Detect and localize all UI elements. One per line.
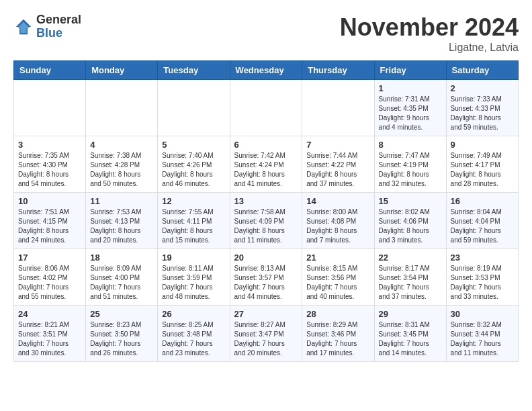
calendar-cell: 1Sunrise: 7:31 AM Sunset: 4:35 PM Daylig…	[374, 80, 446, 136]
calendar-cell: 22Sunrise: 8:17 AM Sunset: 3:54 PM Dayli…	[374, 249, 446, 306]
day-number: 30	[451, 309, 514, 319]
day-number: 24	[18, 309, 81, 319]
day-number: 25	[90, 309, 153, 319]
day-number: 5	[162, 140, 225, 150]
day-number: 19	[162, 253, 225, 263]
col-header-tuesday: Tuesday	[158, 61, 230, 80]
logo: General Blue	[13, 13, 81, 40]
day-info: Sunrise: 8:29 AM Sunset: 3:46 PM Dayligh…	[306, 320, 369, 358]
logo-text: General Blue	[36, 13, 81, 40]
day-info: Sunrise: 7:55 AM Sunset: 4:11 PM Dayligh…	[162, 208, 225, 245]
day-number: 18	[90, 253, 153, 263]
day-info: Sunrise: 7:33 AM Sunset: 4:33 PM Dayligh…	[451, 95, 514, 132]
col-header-saturday: Saturday	[446, 61, 518, 80]
calendar-cell: 26Sunrise: 8:25 AM Sunset: 3:48 PM Dayli…	[158, 306, 230, 362]
day-number: 11	[90, 196, 153, 206]
day-number: 16	[451, 196, 514, 206]
calendar-week-4: 17Sunrise: 8:06 AM Sunset: 4:02 PM Dayli…	[14, 249, 519, 306]
calendar-cell: 15Sunrise: 8:02 AM Sunset: 4:06 PM Dayli…	[374, 193, 446, 249]
calendar-cell: 6Sunrise: 7:42 AM Sunset: 4:24 PM Daylig…	[230, 136, 302, 193]
calendar-cell	[158, 80, 230, 136]
calendar-cell: 12Sunrise: 7:55 AM Sunset: 4:11 PM Dayli…	[158, 193, 230, 249]
calendar-cell	[302, 80, 374, 136]
month-title: November 2024	[340, 13, 519, 42]
day-number: 15	[379, 196, 442, 206]
calendar-cell: 9Sunrise: 7:49 AM Sunset: 4:17 PM Daylig…	[446, 136, 518, 193]
day-info: Sunrise: 7:38 AM Sunset: 4:28 PM Dayligh…	[90, 151, 153, 189]
day-info: Sunrise: 7:53 AM Sunset: 4:13 PM Dayligh…	[90, 208, 153, 245]
calendar-cell: 19Sunrise: 8:11 AM Sunset: 3:59 PM Dayli…	[158, 249, 230, 306]
day-info: Sunrise: 7:31 AM Sunset: 4:35 PM Dayligh…	[379, 95, 442, 132]
logo-icon	[13, 17, 34, 37]
day-info: Sunrise: 8:31 AM Sunset: 3:45 PM Dayligh…	[379, 320, 442, 358]
calendar-cell: 4Sunrise: 7:38 AM Sunset: 4:28 PM Daylig…	[86, 136, 158, 193]
day-info: Sunrise: 8:02 AM Sunset: 4:06 PM Dayligh…	[379, 208, 442, 245]
location: Ligatne, Latvia	[340, 42, 519, 54]
day-info: Sunrise: 7:35 AM Sunset: 4:30 PM Dayligh…	[18, 151, 81, 189]
day-number: 3	[18, 140, 81, 150]
day-info: Sunrise: 7:42 AM Sunset: 4:24 PM Dayligh…	[234, 151, 298, 189]
day-info: Sunrise: 8:19 AM Sunset: 3:53 PM Dayligh…	[451, 264, 514, 302]
calendar-cell: 28Sunrise: 8:29 AM Sunset: 3:46 PM Dayli…	[302, 306, 374, 362]
day-info: Sunrise: 8:06 AM Sunset: 4:02 PM Dayligh…	[18, 264, 81, 302]
calendar-cell: 20Sunrise: 8:13 AM Sunset: 3:57 PM Dayli…	[230, 249, 302, 306]
calendar: SundayMondayTuesdayWednesdayThursdayFrid…	[13, 60, 519, 362]
day-info: Sunrise: 8:17 AM Sunset: 3:54 PM Dayligh…	[379, 264, 442, 302]
calendar-week-5: 24Sunrise: 8:21 AM Sunset: 3:51 PM Dayli…	[14, 306, 519, 362]
day-number: 14	[306, 196, 369, 206]
col-header-wednesday: Wednesday	[230, 61, 302, 80]
day-info: Sunrise: 8:11 AM Sunset: 3:59 PM Dayligh…	[162, 264, 225, 302]
logo-blue: Blue	[36, 27, 81, 40]
day-info: Sunrise: 8:27 AM Sunset: 3:47 PM Dayligh…	[234, 320, 298, 358]
col-header-friday: Friday	[374, 61, 446, 80]
day-info: Sunrise: 8:04 AM Sunset: 4:04 PM Dayligh…	[451, 208, 514, 245]
calendar-cell: 10Sunrise: 7:51 AM Sunset: 4:15 PM Dayli…	[14, 193, 86, 249]
calendar-cell	[14, 80, 86, 136]
day-info: Sunrise: 8:00 AM Sunset: 4:08 PM Dayligh…	[306, 208, 369, 245]
calendar-cell: 30Sunrise: 8:32 AM Sunset: 3:44 PM Dayli…	[446, 306, 518, 362]
day-number: 22	[379, 253, 442, 263]
calendar-cell: 17Sunrise: 8:06 AM Sunset: 4:02 PM Dayli…	[14, 249, 86, 306]
day-number: 1	[379, 83, 442, 93]
calendar-cell: 2Sunrise: 7:33 AM Sunset: 4:33 PM Daylig…	[446, 80, 518, 136]
day-number: 20	[234, 253, 298, 263]
svg-marker-1	[17, 21, 30, 33]
calendar-cell: 23Sunrise: 8:19 AM Sunset: 3:53 PM Dayli…	[446, 249, 518, 306]
day-number: 21	[306, 253, 369, 263]
calendar-cell	[230, 80, 302, 136]
col-header-sunday: Sunday	[14, 61, 86, 80]
logo-general: General	[36, 13, 81, 27]
day-info: Sunrise: 7:58 AM Sunset: 4:09 PM Dayligh…	[234, 208, 298, 245]
calendar-cell: 21Sunrise: 8:15 AM Sunset: 3:56 PM Dayli…	[302, 249, 374, 306]
calendar-cell: 16Sunrise: 8:04 AM Sunset: 4:04 PM Dayli…	[446, 193, 518, 249]
day-number: 10	[18, 196, 81, 206]
title-block: November 2024 Ligatne, Latvia	[340, 13, 519, 54]
day-number: 13	[234, 196, 298, 206]
day-info: Sunrise: 8:25 AM Sunset: 3:48 PM Dayligh…	[162, 320, 225, 358]
page-header: General Blue November 2024 Ligatne, Latv…	[13, 13, 519, 54]
calendar-cell: 25Sunrise: 8:23 AM Sunset: 3:50 PM Dayli…	[86, 306, 158, 362]
day-info: Sunrise: 8:23 AM Sunset: 3:50 PM Dayligh…	[90, 320, 153, 358]
day-number: 6	[234, 140, 298, 150]
day-info: Sunrise: 8:21 AM Sunset: 3:51 PM Dayligh…	[18, 320, 81, 358]
calendar-cell: 13Sunrise: 7:58 AM Sunset: 4:09 PM Dayli…	[230, 193, 302, 249]
day-number: 7	[306, 140, 369, 150]
day-number: 12	[162, 196, 225, 206]
calendar-week-2: 3Sunrise: 7:35 AM Sunset: 4:30 PM Daylig…	[14, 136, 519, 193]
calendar-week-3: 10Sunrise: 7:51 AM Sunset: 4:15 PM Dayli…	[14, 193, 519, 249]
calendar-cell: 11Sunrise: 7:53 AM Sunset: 4:13 PM Dayli…	[86, 193, 158, 249]
calendar-cell: 18Sunrise: 8:09 AM Sunset: 4:00 PM Dayli…	[86, 249, 158, 306]
day-info: Sunrise: 8:32 AM Sunset: 3:44 PM Dayligh…	[451, 320, 514, 358]
calendar-cell: 5Sunrise: 7:40 AM Sunset: 4:26 PM Daylig…	[158, 136, 230, 193]
day-number: 29	[379, 309, 442, 319]
day-info: Sunrise: 8:15 AM Sunset: 3:56 PM Dayligh…	[306, 264, 369, 302]
day-number: 2	[451, 83, 514, 93]
calendar-cell: 29Sunrise: 8:31 AM Sunset: 3:45 PM Dayli…	[374, 306, 446, 362]
calendar-cell: 14Sunrise: 8:00 AM Sunset: 4:08 PM Dayli…	[302, 193, 374, 249]
calendar-cell: 24Sunrise: 8:21 AM Sunset: 3:51 PM Dayli…	[14, 306, 86, 362]
day-info: Sunrise: 7:51 AM Sunset: 4:15 PM Dayligh…	[18, 208, 81, 245]
day-info: Sunrise: 7:49 AM Sunset: 4:17 PM Dayligh…	[451, 151, 514, 189]
calendar-header-row: SundayMondayTuesdayWednesdayThursdayFrid…	[14, 61, 519, 80]
day-info: Sunrise: 8:13 AM Sunset: 3:57 PM Dayligh…	[234, 264, 298, 302]
calendar-cell: 27Sunrise: 8:27 AM Sunset: 3:47 PM Dayli…	[230, 306, 302, 362]
